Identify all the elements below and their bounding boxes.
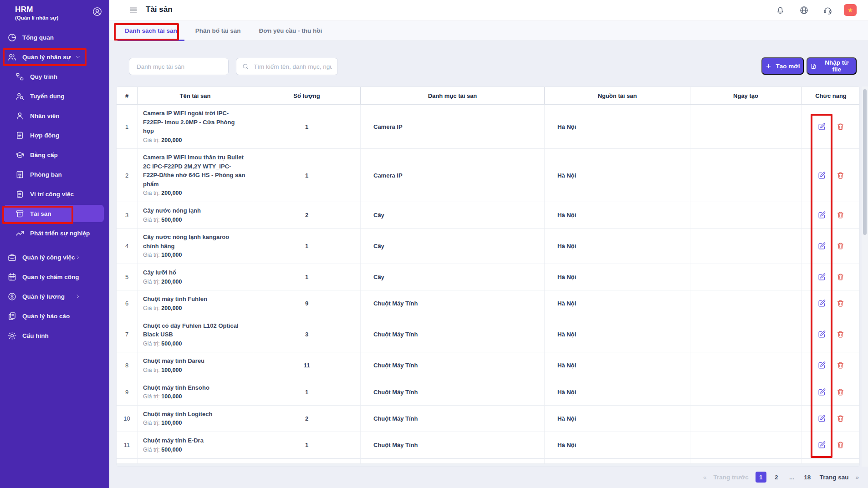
sidebar-item-label: Quản lý công việc bbox=[22, 254, 75, 261]
calendar-icon bbox=[7, 272, 17, 282]
column-header[interactable]: Danh mục tài sản bbox=[361, 87, 545, 104]
tab[interactable]: Đơn yêu cầu - thu hồi bbox=[252, 21, 330, 41]
sidebar-item[interactable]: Quản lý lương bbox=[0, 287, 109, 305]
delete-icon[interactable] bbox=[836, 242, 845, 250]
sidebar-item[interactable]: Cấu hình bbox=[0, 326, 109, 345]
edit-icon[interactable] bbox=[817, 211, 826, 219]
sidebar-item[interactable]: Phát triển sự nghiệp bbox=[0, 224, 109, 242]
sidebar-item[interactable]: Nhân viên bbox=[0, 107, 109, 125]
edit-icon[interactable] bbox=[817, 388, 826, 396]
column-header[interactable]: Ngày tạo bbox=[690, 87, 802, 104]
prev-page-arrow[interactable]: « bbox=[703, 474, 707, 481]
asset-name-cell: Cây nước nóng lạnh Giá trị: 500,000 bbox=[138, 202, 253, 228]
column-header[interactable]: Nguồn tài sản bbox=[545, 87, 690, 104]
page-number[interactable]: ... bbox=[786, 472, 797, 483]
category-filter-input[interactable] bbox=[136, 63, 223, 71]
quantity-cell: 11 bbox=[253, 352, 361, 378]
created-date-cell bbox=[690, 406, 802, 432]
sidebar-item[interactable]: Quản lý công việc bbox=[0, 248, 109, 266]
column-header[interactable]: Số lượng bbox=[253, 87, 361, 104]
delete-icon[interactable] bbox=[836, 388, 845, 396]
sidebar-item[interactable]: Tài sản bbox=[0, 204, 109, 223]
sidebar-item[interactable]: Vị trí công việc bbox=[0, 185, 109, 203]
row-index: 8 bbox=[117, 352, 138, 378]
edit-icon[interactable] bbox=[817, 299, 826, 308]
partial-row bbox=[117, 459, 859, 464]
horizontal-scrollbar-track[interactable] bbox=[117, 464, 859, 467]
sidebar-item-label: Nhân viên bbox=[30, 112, 60, 119]
menu-icon[interactable] bbox=[129, 5, 138, 15]
search-box[interactable] bbox=[236, 58, 338, 75]
next-page-button[interactable]: Trang sau bbox=[820, 474, 849, 481]
import-from-file-button[interactable]: Nhập từ file bbox=[807, 57, 857, 75]
gear-icon bbox=[7, 331, 17, 341]
contract-icon bbox=[15, 131, 25, 140]
delete-icon[interactable] bbox=[836, 122, 845, 131]
next-page-arrow[interactable]: » bbox=[855, 474, 859, 481]
vertical-scrollbar-thumb[interactable] bbox=[863, 89, 867, 235]
column-header[interactable]: Tên tài sản bbox=[138, 87, 253, 104]
delete-icon[interactable] bbox=[836, 441, 845, 449]
category-cell: Chuột Máy Tính bbox=[361, 406, 545, 432]
category-cell: Cây bbox=[361, 229, 545, 264]
asset-name-cell: Chuột máy tính E-Dra Giá trị: 500,000 bbox=[138, 432, 253, 458]
sidebar-item[interactable]: Quản lý nhân sự bbox=[0, 48, 109, 66]
page-number[interactable]: 2 bbox=[771, 472, 782, 483]
sidebar-item[interactable]: Tuyển dụng bbox=[0, 87, 109, 105]
page-number[interactable]: 1 bbox=[756, 472, 766, 483]
delete-icon[interactable] bbox=[836, 330, 845, 339]
asset-value: Giá trị: 100,000 bbox=[143, 251, 245, 259]
sidebar-item[interactable]: Quản lý chấm công bbox=[0, 268, 109, 286]
flow-icon bbox=[15, 72, 25, 81]
source-cell: Hà Nội bbox=[545, 202, 690, 228]
edit-icon[interactable] bbox=[817, 361, 826, 370]
category-filter[interactable] bbox=[129, 58, 229, 75]
edit-icon[interactable] bbox=[817, 122, 826, 131]
delete-icon[interactable] bbox=[836, 299, 845, 308]
sidebar-item[interactable]: Hợp đồng bbox=[0, 126, 109, 144]
tab[interactable]: Phân bố tài sản bbox=[188, 21, 248, 41]
table-row: 4 Cây nước nóng lạnh kangaroo chính hãng… bbox=[117, 229, 859, 264]
edit-icon[interactable] bbox=[817, 273, 826, 281]
delete-icon[interactable] bbox=[836, 273, 845, 281]
delete-icon[interactable] bbox=[836, 361, 845, 370]
asset-name-cell: Chuột máy tính Ensoho Giá trị: 100,000 bbox=[138, 379, 253, 405]
edit-icon[interactable] bbox=[817, 242, 826, 250]
globe-icon[interactable] bbox=[799, 5, 809, 15]
tab[interactable]: Danh sách tài sản bbox=[117, 21, 184, 41]
asset-value: Giá trị: 200,000 bbox=[143, 189, 245, 198]
sidebar-item-label: Tài sản bbox=[30, 210, 51, 217]
actions-cell bbox=[802, 264, 860, 290]
source-cell: Hà Nội bbox=[545, 149, 690, 202]
actions-cell bbox=[802, 149, 860, 202]
page-number[interactable]: 18 bbox=[802, 472, 813, 483]
edit-icon[interactable] bbox=[817, 171, 826, 180]
sidebar-item[interactable]: Quản lý báo cáo bbox=[0, 307, 109, 325]
asset-value: Giá trị: 500,000 bbox=[143, 216, 245, 224]
support-icon[interactable] bbox=[823, 5, 832, 15]
bell-icon[interactable] bbox=[776, 5, 785, 15]
asset-name: Chuột máy tính E-Dra bbox=[143, 436, 245, 445]
source-cell: Hà Nội bbox=[545, 105, 690, 148]
search-input[interactable] bbox=[253, 63, 333, 71]
delete-icon[interactable] bbox=[836, 171, 845, 180]
actions-cell bbox=[802, 352, 860, 378]
column-header[interactable]: Chức năng bbox=[802, 87, 860, 104]
prev-page-button[interactable]: Trang trước bbox=[714, 474, 749, 481]
asset-name: Chuột máy tính Fuhlen bbox=[143, 295, 245, 304]
edit-icon[interactable] bbox=[817, 330, 826, 339]
sidebar-item[interactable]: Bằng cấp bbox=[0, 146, 109, 164]
delete-icon[interactable] bbox=[836, 414, 845, 423]
vietnam-flag-button[interactable]: ★ bbox=[844, 4, 857, 16]
sidebar-item-label: Phòng ban bbox=[30, 171, 62, 178]
delete-icon[interactable] bbox=[836, 211, 845, 219]
sidebar-item[interactable]: Phòng ban bbox=[0, 165, 109, 183]
column-header[interactable]: # bbox=[117, 87, 138, 104]
asset-name: Camera IP WIFI Imou thân trụ Bullet 2C I… bbox=[143, 153, 245, 188]
sidebar-item[interactable]: Quy trình bbox=[0, 67, 109, 86]
sidebar-item[interactable]: Tổng quan bbox=[0, 28, 109, 46]
edit-icon[interactable] bbox=[817, 414, 826, 423]
edit-icon[interactable] bbox=[817, 441, 826, 449]
row-index: 3 bbox=[117, 202, 138, 228]
create-button[interactable]: Tạo mới bbox=[761, 57, 804, 75]
